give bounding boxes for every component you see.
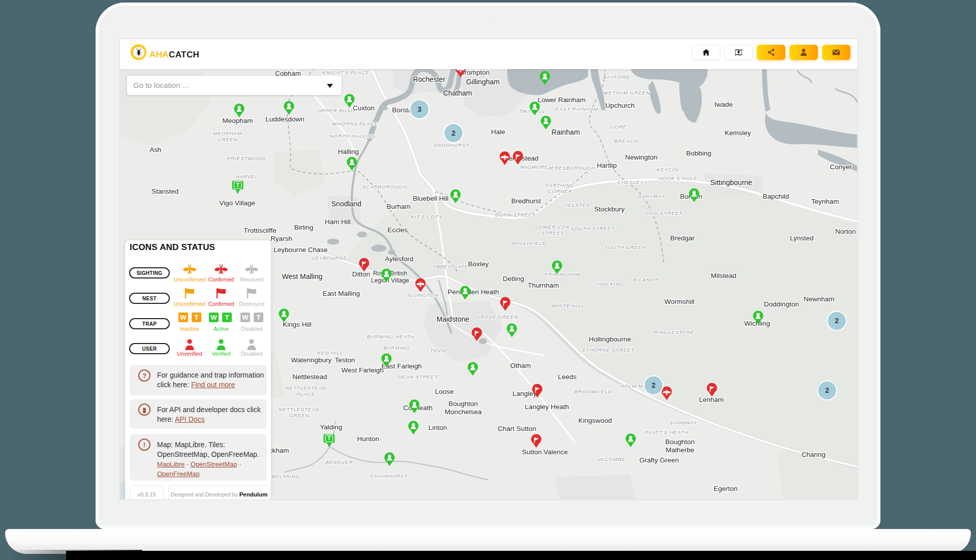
svg-text:Legion Village: Legion Village — [371, 277, 409, 284]
svg-text:BENOVER: BENOVER — [325, 459, 353, 465]
svg-text:Hale: Hale — [491, 128, 505, 136]
svg-text:NETTLESTEAD: NETTLESTEAD — [279, 407, 319, 412]
svg-text:BARMING HEATH: BARMING HEATH — [367, 334, 414, 339]
svg-text:Langley Heath: Langley Heath — [525, 403, 569, 411]
svg-text:Stockbury: Stockbury — [594, 205, 625, 213]
svg-text:BROOMFIELD: BROOMFIELD — [574, 389, 612, 394]
svg-text:Charing: Charing — [802, 451, 826, 458]
svg-text:Leeds: Leeds — [558, 373, 576, 381]
svg-text:SNODHURST: SNODHURST — [434, 142, 469, 148]
svg-text:Ham Hill: Ham Hill — [325, 218, 351, 226]
svg-text:BELTRING: BELTRING — [272, 474, 300, 479]
svg-text:Bredhurst: Bredhurst — [511, 197, 541, 205]
svg-text:WIGMORE: WIGMORE — [520, 164, 548, 170]
svg-text:Chatham: Chatham — [443, 89, 472, 97]
svg-text:MEOPHAM: MEOPHAM — [213, 131, 242, 136]
svg-text:STREET: STREET — [541, 230, 564, 236]
svg-text:ALLINGTON: ALLINGTON — [406, 292, 439, 298]
svg-text:EAST RAINHAM: EAST RAINHAM — [556, 106, 598, 112]
svg-text:Penenden Heath: Penenden Heath — [447, 288, 499, 296]
svg-text:PLATT'S HEATH: PLATT'S HEATH — [645, 429, 688, 435]
svg-text:West Farleigh: West Farleigh — [342, 366, 384, 374]
svg-text:Aylesford: Aylesford — [385, 255, 413, 263]
svg-text:Teynham: Teynham — [811, 198, 839, 205]
svg-text:Maidstone: Maidstone — [437, 315, 470, 323]
svg-text:GORE: GORE — [610, 124, 627, 130]
svg-text:SANDWAY: SANDWAY — [669, 420, 698, 425]
svg-text:Kemsley: Kemsley — [725, 129, 751, 137]
svg-text:FARTHING: FARTHING — [546, 182, 574, 188]
svg-text:ABBEY GATE: ABBEY GATE — [432, 264, 468, 269]
svg-text:LOWER COX: LOWER COX — [535, 224, 570, 230]
svg-text:BARMING: BARMING — [383, 345, 410, 351]
svg-text:Bluebell Hill: Bluebell Hill — [413, 195, 448, 202]
svg-text:Hollingbourne: Hollingbourne — [589, 335, 631, 343]
svg-text:RINGLESTONE: RINGLESTONE — [654, 329, 695, 335]
svg-text:Gillingham: Gillingham — [466, 78, 500, 86]
svg-text:Egerton: Egerton — [714, 485, 738, 492]
svg-text:KIT'S COTY: KIT'S COTY — [411, 214, 443, 220]
svg-text:TOVIL: TOVIL — [430, 348, 447, 353]
svg-text:Otham: Otham — [510, 362, 531, 369]
svg-text:Trottiscliffe: Trottiscliffe — [243, 227, 276, 234]
svg-text:Thurnham: Thurnham — [528, 282, 559, 289]
svg-text:2: 2 — [835, 317, 839, 325]
svg-text:Meopham: Meopham — [223, 117, 253, 125]
svg-text:KNIGHT'S PLACE: KNIGHT'S PLACE — [322, 70, 370, 75]
svg-text:Wormshill: Wormshill — [664, 298, 694, 305]
svg-text:Newington: Newington — [625, 153, 658, 161]
svg-text:Boxley: Boxley — [468, 260, 489, 268]
svg-text:Upchurch: Upchurch — [605, 102, 635, 109]
svg-text:Snodland: Snodland — [331, 200, 361, 208]
svg-text:Kingswood: Kingswood — [578, 417, 612, 424]
svg-text:Chart Sutton: Chart Sutton — [498, 425, 536, 432]
svg-text:Bobbing: Bobbing — [686, 149, 711, 157]
svg-text:Ditton: Ditton — [352, 270, 370, 278]
svg-text:East Malling: East Malling — [323, 290, 360, 297]
svg-text:FRININGHAM: FRININGHAM — [544, 271, 581, 277]
svg-text:KEYCOL: KEYCOL — [657, 167, 680, 172]
svg-text:Cuxton: Cuxton — [353, 104, 375, 112]
svg-text:Eccles: Eccles — [387, 226, 408, 234]
svg-text:WETHAM GREEN: WETHAM GREEN — [603, 90, 650, 96]
svg-text:PRIESTWOOD: PRIESTWOOD — [227, 155, 266, 161]
svg-text:Stansted: Stansted — [151, 188, 178, 195]
svg-text:Norton: Norton — [835, 228, 856, 235]
svg-text:GREEN: GREEN — [289, 413, 309, 418]
svg-text:Vigo Village: Vigo Village — [219, 199, 255, 207]
svg-text:PLACE: PLACE — [296, 391, 315, 397]
svg-text:Boughton: Boughton — [448, 400, 478, 408]
svg-text:2: 2 — [451, 129, 455, 137]
svg-text:NETTLESTEAD: NETTLESTEAD — [285, 385, 326, 391]
svg-text:Conyer: Conyer — [830, 163, 852, 171]
svg-text:BICKNOR: BICKNOR — [633, 277, 659, 283]
svg-text:Luddesdown: Luddesdown — [265, 115, 304, 123]
svg-text:BREACH: BREACH — [615, 138, 638, 144]
svg-text:Monchelsea: Monchelsea — [445, 408, 482, 416]
svg-text:Rainham: Rainham — [552, 128, 580, 136]
svg-text:UPPER BUSH: UPPER BUSH — [318, 108, 355, 113]
svg-text:Nettlestead: Nettlestead — [292, 373, 327, 381]
svg-text:2: 2 — [652, 381, 656, 389]
svg-text:DANAWAY: DANAWAY — [637, 193, 665, 199]
svg-text:Leybourne Chase: Leybourne Chase — [273, 246, 327, 254]
svg-text:SOUTH GREEN: SOUTH GREEN — [604, 244, 646, 250]
svg-text:BAYFORD: BAYFORD — [603, 74, 630, 80]
svg-text:HUCKING: HUCKING — [598, 281, 624, 287]
svg-text:Kings Hill: Kings Hill — [283, 321, 311, 328]
svg-text:Malherbe: Malherbe — [665, 446, 694, 454]
svg-text:Burham: Burham — [387, 203, 411, 210]
svg-text:HOOK'S HOLE: HOOK'S HOLE — [658, 175, 697, 181]
svg-text:Bredgar: Bredgar — [670, 234, 695, 242]
svg-text:Lower Rainham: Lower Rainham — [538, 96, 586, 104]
svg-text:2: 2 — [825, 386, 829, 394]
svg-text:GROVE GREEN: GROVE GREEN — [476, 314, 518, 320]
svg-text:Teston: Teston — [334, 356, 355, 364]
svg-text:3: 3 — [417, 105, 421, 113]
svg-text:Detling: Detling — [503, 275, 524, 283]
svg-text:Bapchild: Bapchild — [762, 193, 789, 200]
svg-text:NORTH HALLING: NORTH HALLING — [330, 133, 376, 139]
svg-text:WHITEHALL: WHITEHALL — [552, 303, 585, 308]
svg-text:SCARBOROUGH: SCARBOROUGH — [362, 184, 407, 190]
svg-text:CORNER: CORNER — [548, 189, 572, 194]
